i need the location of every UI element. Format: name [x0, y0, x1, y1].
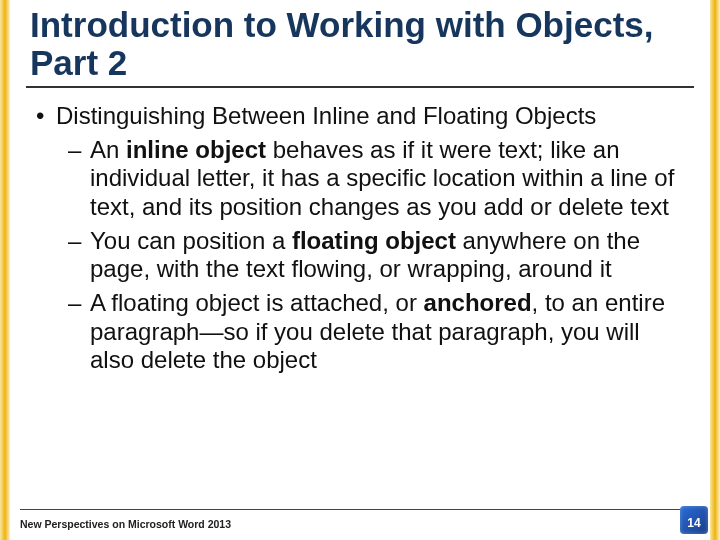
decor-stripe-left — [0, 0, 10, 540]
text-bold: inline object — [126, 136, 266, 163]
footer-rule — [20, 509, 700, 510]
page-number: 14 — [682, 516, 706, 530]
bullet-level2-3: A floating object is attached, or anchor… — [32, 289, 684, 374]
slide-inner: Introduction to Working with Objects, Pa… — [10, 0, 710, 540]
text-fragment: A floating object is attached, or — [90, 289, 424, 316]
slide-body: Distinguishing Between Inline and Floati… — [22, 102, 698, 375]
bullet-level2-2: You can position a floating object anywh… — [32, 227, 684, 284]
footer-text: New Perspectives on Microsoft Word 2013 — [20, 518, 231, 530]
decor-stripe-right — [710, 0, 720, 540]
slide-title: Introduction to Working with Objects, Pa… — [22, 6, 698, 84]
text-bold: floating object — [292, 227, 456, 254]
slide: Introduction to Working with Objects, Pa… — [0, 0, 720, 540]
text-fragment: An — [90, 136, 126, 163]
bullet-level2-1: An inline object behaves as if it were t… — [32, 136, 684, 221]
text-bold: anchored — [424, 289, 532, 316]
title-underline — [26, 86, 694, 88]
bullet-level1: Distinguishing Between Inline and Floati… — [32, 102, 684, 130]
text-fragment: You can position a — [90, 227, 292, 254]
